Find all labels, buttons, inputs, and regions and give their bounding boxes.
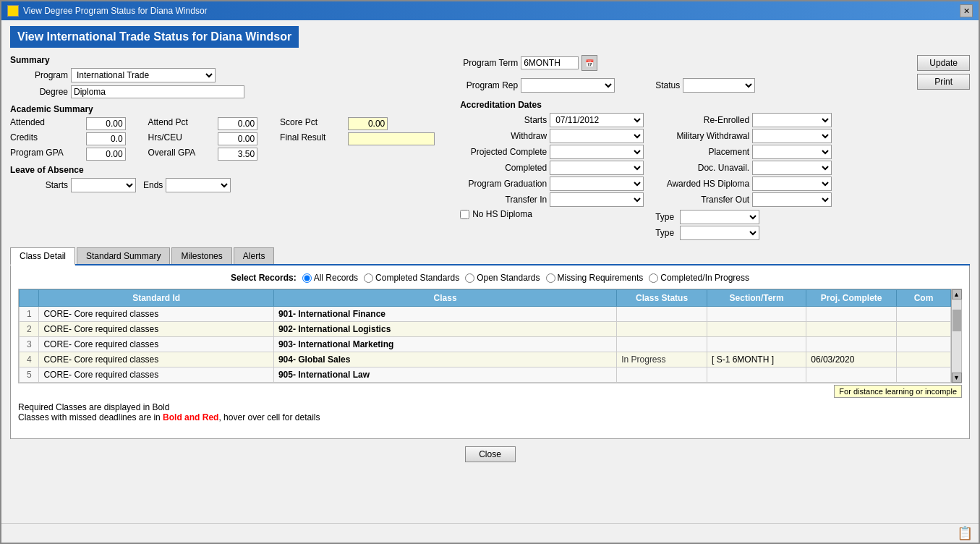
type-label-2: Type [655,228,674,238]
accred-proj-select[interactable] [550,145,644,159]
footer-note-1: Required Classes are displayed in Bold [18,402,962,412]
scroll-up-btn[interactable]: ▲ [952,289,962,299]
radio-open[interactable]: Open Standards [465,273,540,283]
action-panel: Update Print [917,55,970,240]
radio-open-label: Open Standards [477,273,540,283]
accred-withdraw-label: Withdraw [460,131,547,141]
footer-notes: Required Classes are displayed in Bold C… [18,402,962,422]
military-select[interactable] [752,129,832,143]
credits-value[interactable] [86,132,126,145]
final-result-value[interactable] [348,132,435,145]
cell-com [897,322,951,337]
program-term-input[interactable] [521,56,579,69]
print-button[interactable]: Print [917,74,970,90]
cell-proj-complete [806,337,897,352]
tab-class-detail[interactable]: Class Detail [10,247,75,265]
scroll-thumb[interactable] [953,310,961,331]
program-rep-group: Program Rep [460,78,615,93]
radio-in-progress-label: Completed/In Progress [660,273,749,283]
scroll-down-btn[interactable]: ▼ [952,373,962,383]
radio-in-progress-input[interactable] [649,273,658,283]
status-group: Status [622,78,755,93]
final-result-label: Final Result [280,132,344,145]
tab-alerts[interactable]: Alerts [234,247,275,264]
radio-all-input[interactable] [302,273,312,283]
awarded-hs-select[interactable] [752,177,832,191]
cell-num: 5 [20,367,39,383]
scrollbar-vertical[interactable]: ▲ ▼ [951,289,961,383]
accred-starts-row: Starts 07/11/2012 [460,113,644,127]
status-select[interactable] [683,78,755,93]
type-rows: Type Type [655,210,832,240]
accred-transfer-in-select[interactable] [550,192,644,207]
radio-open-input[interactable] [465,273,474,283]
program-term-row: Program Term 📅 [460,55,903,74]
overall-gpa-value[interactable] [218,148,257,161]
attend-pct-value[interactable] [218,117,257,130]
tab-milestones[interactable]: Milestones [171,247,231,264]
footer-note-1-text: Required Classes are displayed in Bold [18,402,169,412]
re-enrolled-label: Re-Enrolled [655,115,749,125]
radio-missing-label: Missing Requirements [558,273,644,283]
radio-completed[interactable]: Completed Standards [364,273,459,283]
score-pct-value[interactable] [348,117,388,130]
accred-withdraw-select[interactable] [550,129,644,143]
program-select[interactable]: International Trade [71,68,216,82]
degree-input[interactable] [71,85,244,98]
leave-ends-select[interactable] [166,178,231,192]
hrs-ceu-value[interactable] [218,132,257,145]
leave-starts-label: Starts [10,180,68,190]
tab-standard-summary[interactable]: Standard Summary [77,247,170,264]
doc-unavail-row: Doc. Unavail. [655,161,832,175]
radio-all[interactable]: All Records [302,273,358,283]
program-rep-select[interactable] [521,78,615,93]
table-scroll[interactable]: Standard Id Class Class Status Section/T… [19,289,951,383]
window-close-button[interactable]: ✕ [960,4,973,17]
radio-completed-input[interactable] [364,273,373,283]
accred-prog-grad-select[interactable] [550,177,644,191]
accred-title: Accreditation Dates [460,100,903,110]
close-button[interactable]: Close [465,446,516,462]
status-bar: 📋 [1,523,979,543]
calendar-button[interactable]: 📅 [581,55,597,71]
cell-num: 3 [20,337,39,352]
leave-title: Leave of Absence [10,165,453,175]
re-enrolled-select[interactable] [752,113,832,127]
cell-standard: CORE- Core required classes [39,337,273,352]
program-gpa-value[interactable] [86,148,126,161]
program-term-group: Program Term 📅 [460,55,597,71]
radio-missing[interactable]: Missing Requirements [546,273,644,283]
overall-gpa-label: Overall GPA [148,148,214,161]
radio-in-progress[interactable]: Completed/In Progress [649,273,749,283]
cell-status: In Progress [617,352,707,367]
accred-completed-select[interactable] [550,161,644,175]
accred-starts-select[interactable]: 07/11/2012 [550,113,644,127]
cell-num: 1 [20,307,39,322]
left-panel: Summary Program International Trade Degr… [10,55,453,240]
cell-standard: CORE- Core required classes [39,322,273,337]
no-hs-diploma-checkbox[interactable] [460,210,469,219]
cell-com [897,367,951,383]
top-section: Summary Program International Trade Degr… [10,55,970,240]
placement-select[interactable] [752,145,832,159]
credits-label: Credits [10,132,82,145]
update-button[interactable]: Update [917,55,970,71]
attended-value[interactable] [86,117,126,130]
cell-num: 2 [20,322,39,337]
academic-grid: Attended Attend Pct Score Pct Credits Hr… [10,117,453,161]
th-class-status: Class Status [617,290,707,307]
table-body: 1 CORE- Core required classes 901- Inter… [20,307,951,383]
no-hs-diploma-row: No HS Diploma [460,209,644,219]
data-table-container: Standard Id Class Class Status Section/T… [18,289,962,383]
footer-note-2-suffix: , hover over cell for details [218,412,320,422]
tooltip-area: For distance learning or incomple [18,383,962,398]
radio-missing-input[interactable] [546,273,555,283]
footer-note-2: Classes with missed deadlines are in Bol… [18,412,962,422]
type-select-1[interactable] [680,210,759,224]
doc-unavail-select[interactable] [752,161,832,175]
transfer-out-select[interactable] [752,192,832,207]
leave-starts-select[interactable] [71,178,136,192]
type-select-2[interactable] [680,226,759,240]
transfer-out-label: Transfer Out [655,195,749,205]
table-row: 3 CORE- Core required classes 903- Inter… [20,337,951,352]
